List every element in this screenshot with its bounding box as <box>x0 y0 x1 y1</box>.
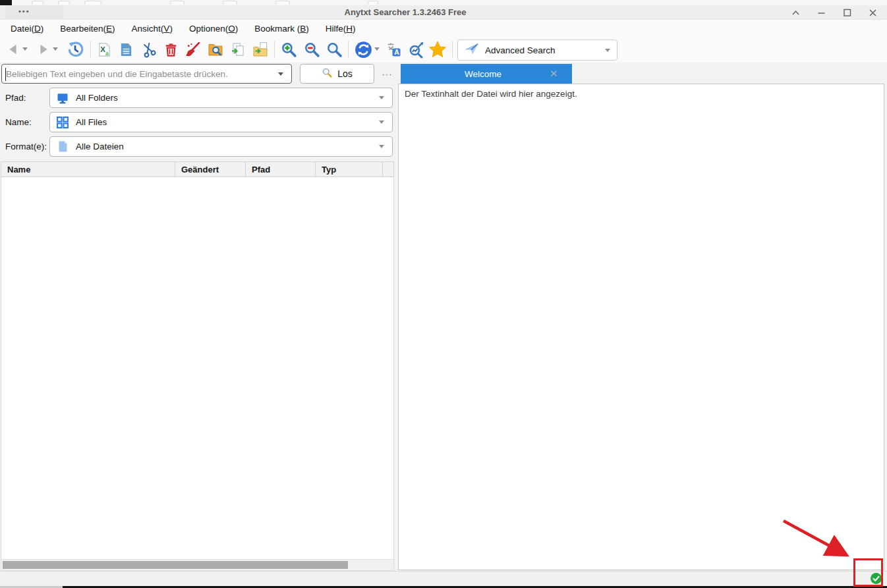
zoom-in-icon[interactable] <box>279 40 298 59</box>
format-filter-combobox[interactable]: Alle Dateien <box>49 136 393 157</box>
path-filter-label: Pfad: <box>5 93 26 103</box>
favorite-star-icon[interactable] <box>428 40 447 59</box>
grid-icon <box>55 115 70 130</box>
results-table-body <box>1 177 393 559</box>
advanced-search-combobox[interactable]: Advanced Search <box>457 40 617 61</box>
cut-icon[interactable] <box>139 40 157 59</box>
name-filter-combobox[interactable]: All Files <box>49 112 393 132</box>
menu-bearbeiten[interactable]: Bearbeiten(E) <box>60 24 115 34</box>
menubar: Datei(D) Bearbeiten(E) Ansicht(V) Option… <box>0 20 887 37</box>
horizontal-scrollbar[interactable] <box>1 559 394 571</box>
maximize-button[interactable] <box>834 5 860 20</box>
menu-datei[interactable]: Datei(D) <box>11 24 43 34</box>
preview-panel: Der Textinhalt der Datei wird hier angez… <box>398 84 884 570</box>
move-file-icon[interactable] <box>251 40 270 59</box>
tab-welcome-label: Welcome <box>401 69 550 79</box>
column-header-geaendert[interactable]: Geändert <box>175 162 246 176</box>
menu-ansicht[interactable]: Ansicht(V) <box>132 24 173 34</box>
history-icon[interactable] <box>66 40 84 59</box>
chevron-down-icon <box>379 96 384 99</box>
path-filter-combobox[interactable]: All Folders <box>49 88 393 108</box>
forward-icon[interactable] <box>34 40 53 59</box>
go-magnifier-icon <box>322 67 333 80</box>
copy-file-icon[interactable] <box>229 40 247 59</box>
close-button[interactable] <box>860 5 886 20</box>
forward-dropdown-icon[interactable] <box>53 47 59 53</box>
tab-welcome[interactable]: Welcome ✕ <box>401 64 572 84</box>
search-icon[interactable] <box>325 40 343 59</box>
chevron-down-icon <box>379 145 384 148</box>
text-document-icon[interactable] <box>117 40 135 59</box>
annotation-highlight-box <box>853 558 883 587</box>
advanced-search-label: Advanced Search <box>485 45 605 55</box>
window-title: Anytxt Searcher 1.3.2463 Free <box>345 7 467 17</box>
name-filter-label: Name: <box>5 117 32 127</box>
toolbar: X a <box>0 37 887 63</box>
go-button[interactable]: Los <box>300 64 374 84</box>
menu-optionen[interactable]: Optionen(O) <box>189 24 238 34</box>
app-window: ••• Anytxt Searcher 1.3.2463 Free Datei(… <box>0 0 887 588</box>
menu-hilfe[interactable]: Hilfe(H) <box>326 24 356 34</box>
statusbar <box>0 571 887 586</box>
chevron-down-icon <box>605 49 610 52</box>
clean-history-icon[interactable] <box>183 40 202 59</box>
back-dropdown-icon[interactable] <box>22 47 29 53</box>
menu-bookmark[interactable]: Bookmark (B) <box>254 24 309 34</box>
export-excel-icon[interactable]: X a <box>95 40 113 59</box>
regex-search-icon[interactable] <box>407 40 425 59</box>
zoom-out-icon[interactable] <box>302 40 321 59</box>
shade-window-button[interactable] <box>783 5 809 20</box>
chevron-down-icon <box>379 120 384 124</box>
send-plane-icon <box>465 41 479 59</box>
column-header-name[interactable]: Name <box>1 162 175 176</box>
preview-placeholder-text: Der Textinhalt der Datei wird hier angez… <box>405 89 577 99</box>
tab-close-icon[interactable]: ✕ <box>550 68 572 80</box>
search-history-dropdown-icon[interactable] <box>270 72 291 76</box>
search-input[interactable] <box>2 65 270 82</box>
refresh-dropdown-icon[interactable] <box>374 47 381 53</box>
format-filter-value: Alle Dateien <box>76 142 379 151</box>
translate-icon[interactable]: A <box>384 40 403 59</box>
open-folder-search-icon[interactable] <box>206 40 225 59</box>
name-filter-value: All Files <box>76 117 379 127</box>
column-header-pfad[interactable]: Pfad <box>246 162 316 176</box>
file-icon <box>55 140 70 154</box>
back-icon[interactable] <box>4 40 22 59</box>
column-header-typ[interactable]: Typ <box>316 162 383 176</box>
titlebar: ••• Anytxt Searcher 1.3.2463 Free <box>0 5 887 20</box>
refresh-icon[interactable] <box>354 40 372 59</box>
svg-text:A: A <box>394 48 399 56</box>
background-dark-corner <box>0 0 12 5</box>
titlebar-overflow-dots[interactable]: ••• <box>18 7 30 15</box>
path-filter-value: All Folders <box>76 93 379 103</box>
results-table: Name Geändert Pfad Typ <box>1 161 394 559</box>
results-table-header: Name Geändert Pfad Typ <box>1 162 393 177</box>
svg-text:a: a <box>105 50 108 57</box>
monitor-icon <box>55 91 70 105</box>
more-options-button[interactable]: ··· <box>379 64 395 84</box>
go-button-label: Los <box>337 68 353 79</box>
search-box <box>1 64 292 84</box>
delete-icon[interactable] <box>161 40 180 59</box>
format-filter-label: Format(e): <box>5 142 47 151</box>
minimize-button[interactable] <box>809 5 834 20</box>
horizontal-scrollbar-thumb[interactable] <box>3 561 348 569</box>
background-app-strip <box>0 0 887 5</box>
